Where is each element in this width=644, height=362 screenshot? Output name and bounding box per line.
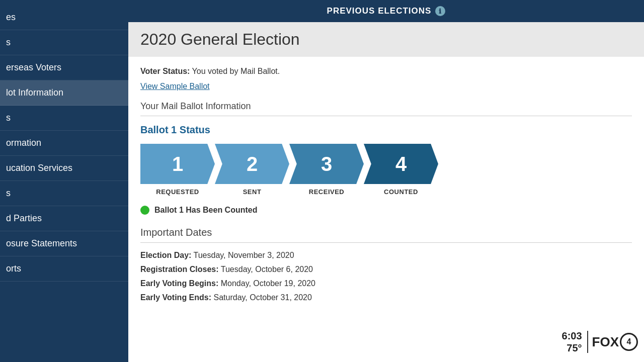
sidebar-item-item-ormation[interactable]: ormation [0,131,128,156]
mail-ballot-section-title: Your Mail Ballot Information [140,101,632,116]
dates-container: Election Day: Tuesday, November 3, 2020R… [140,251,632,302]
main-content: PREVIOUS ELECTIONS ℹ 2020 General Electi… [128,0,644,362]
sidebar-item-item-orts[interactable]: orts [0,256,128,282]
step-label-1: REQUESTED [140,188,215,196]
election-title-area: 2020 General Election [128,22,644,57]
voter-status-label: Voter Status: [140,67,190,75]
date-value-3: Saturday, October 31, 2020 [214,293,312,302]
sidebar-item-item-lot-information[interactable]: lot Information [0,80,128,106]
step-label-4: COUNTED [364,188,438,196]
green-dot-icon [140,206,149,215]
progress-step-4: 4COUNTED [364,144,438,196]
progress-step-2: 2SENT [215,144,289,196]
progress-tracker: 1REQUESTED2SENT3RECEIVED4COUNTED [140,144,632,196]
previous-elections-banner: PREVIOUS ELECTIONS ℹ [128,0,644,22]
step-box-4: 4 [364,144,438,184]
progress-step-3: 3RECEIVED [289,144,364,196]
counted-status: Ballot 1 Has Been Counted [140,206,632,215]
date-row-2: Early Voting Begins: Monday, October 19,… [140,279,632,288]
counted-message: Ballot 1 Has Been Counted [154,206,257,215]
banner-title: PREVIOUS ELECTIONS [327,6,432,16]
date-row-0: Election Day: Tuesday, November 3, 2020 [140,251,632,260]
info-icon[interactable]: ℹ [435,6,445,16]
sidebar-item-item-d-parties[interactable]: d Parties [0,206,128,231]
sidebar-item-item-ucation-services[interactable]: ucation Services [0,156,128,181]
tv-time: 6:03 75° [562,330,582,354]
date-label-0: Election Day: [140,251,191,259]
date-value-0: Tuesday, November 3, 2020 [194,251,294,259]
view-sample-ballot-link[interactable]: View Sample Ballot [140,82,210,91]
sidebar-item-item-overseas-voters[interactable]: erseas Voters [0,55,128,80]
sidebar-item-item-s3[interactable]: s [0,181,128,206]
date-value-1: Tuesday, October 6, 2020 [221,265,313,274]
sidebar-item-item-osure-statements[interactable]: osure Statements [0,231,128,256]
fox-text: FOX [592,334,619,350]
fox-logo: FOX 4 [592,333,638,351]
content-body: Voter Status: You voted by Mail Ballot. … [128,57,644,362]
date-label-2: Early Voting Begins: [140,279,218,288]
voter-status-value: You voted by Mail Ballot. [192,67,280,75]
progress-step-1: 1REQUESTED [140,144,215,196]
date-label-1: Registration Closes: [140,265,219,274]
step-box-3: 3 [289,144,364,184]
sidebar-item-item-es[interactable]: es [0,5,128,30]
date-row-3: Early Voting Ends: Saturday, October 31,… [140,293,632,302]
step-label-3: RECEIVED [289,188,364,196]
fox-circle: 4 [620,333,638,351]
step-box-2: 2 [215,144,289,184]
date-label-3: Early Voting Ends: [140,293,211,302]
step-box-1: 1 [140,144,215,184]
voter-status-line: Voter Status: You voted by Mail Ballot. [140,67,632,76]
step-label-2: SENT [215,188,289,196]
date-value-2: Monday, October 19, 2020 [221,279,315,288]
ballot-status-title: Ballot 1 Status [140,124,632,136]
sidebar-item-item-s[interactable]: s [0,30,128,55]
important-dates-title: Important Dates [140,227,632,243]
date-row-1: Registration Closes: Tuesday, October 6,… [140,265,632,274]
sidebar-item-item-s2[interactable]: s [0,106,128,131]
sidebar: esserseas Voterslot Informationsormation… [0,0,128,362]
tv-overlay: 6:03 75° FOX 4 [562,330,638,354]
tv-divider [587,331,588,353]
election-title: 2020 General Election [140,30,632,49]
